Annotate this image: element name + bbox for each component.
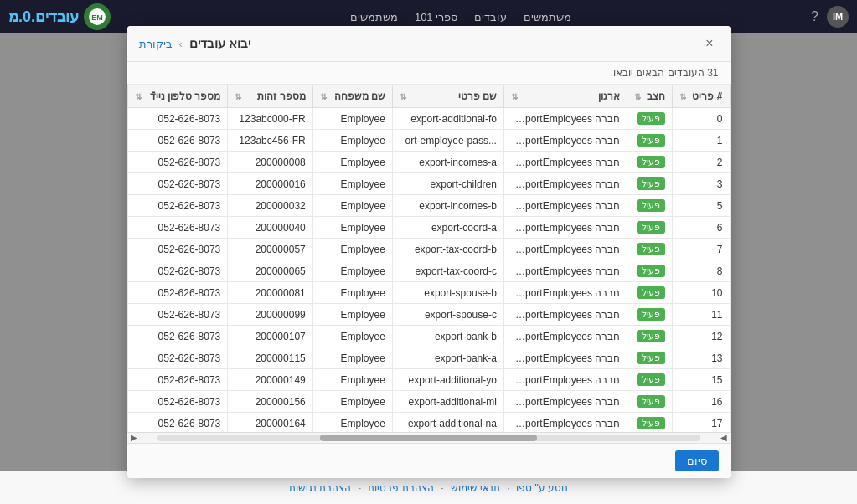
status-badge: פעיל: [637, 373, 665, 386]
scroll-right-icon[interactable]: ▶: [127, 433, 141, 442]
cell-org: חברה importEmployees בע"...: [503, 217, 627, 239]
breadcrumb-link[interactable]: ביקורת: [139, 38, 173, 50]
footer-link-accessibility[interactable]: הצהרת נגישות: [289, 482, 351, 494]
status-badge: פעיל: [637, 177, 665, 190]
status-badge: פעיל: [637, 156, 665, 168]
footer-sep-1: ·: [507, 482, 509, 494]
scroll-left-icon[interactable]: ◀: [717, 433, 731, 442]
table-row: 1פעילחברה importEmployees בע"......ort-e…: [127, 130, 730, 152]
cell-num: 17: [673, 413, 730, 432]
breadcrumb-separator: ›: [179, 38, 183, 50]
nav-item-users[interactable]: משתמשים: [524, 11, 571, 23]
cell-family: Employee: [312, 391, 392, 413]
table-container[interactable]: # פריט ⇅ חצב ⇅ ארגון ⇅: [127, 85, 731, 432]
col-header-num[interactable]: # פריט ⇅: [673, 85, 730, 108]
cell-phone: 052-626-8073: [127, 173, 228, 195]
cell-org: חברה importEmployees בע"...: [503, 173, 627, 195]
footer-link-terms[interactable]: תנאי שימוש: [451, 482, 500, 494]
modal-subtitle: 31 העובדים הבאים יובאו:: [127, 62, 731, 85]
cell-phone: 052-626-8073: [127, 130, 228, 152]
table-header-row: # פריט ⇅ חצב ⇅ ארגון ⇅: [127, 85, 730, 108]
nav-item-101[interactable]: ספרי 101: [415, 11, 457, 23]
cell-id: 200000081: [228, 282, 312, 304]
col-header-id[interactable]: מספר זהות ⇅: [228, 85, 312, 108]
cell-status: פעיל: [627, 108, 673, 130]
cell-id: 123abc456-FR: [228, 130, 312, 152]
cell-phone: 052-626-8073: [127, 282, 228, 304]
cell-status: פעיל: [627, 217, 673, 239]
svg-text:EM: EM: [91, 13, 103, 22]
brand-text: עובדים.0.מ: [8, 8, 79, 26]
cell-org: חברה importEmployees בע"...: [503, 391, 627, 413]
cell-num: 2: [673, 152, 730, 173]
table-row: 2פעילחברה importEmployees בע"...export-i…: [127, 152, 730, 173]
cell-org: חברה importEmployees בע"...: [503, 130, 627, 152]
sort-icon-phone: ⇅: [135, 92, 142, 101]
cell-family: Employee: [312, 326, 392, 347]
scrollbar-track[interactable]: [157, 435, 700, 441]
status-badge: פעיל: [637, 417, 665, 429]
cell-id: 200000032: [228, 195, 312, 217]
cell-num: 1: [673, 130, 730, 152]
footer-link-tip[interactable]: נוסע ע" טפו: [516, 482, 568, 494]
table-row: 12פעילחברה importEmployees בע"...export-…: [127, 326, 730, 347]
modal-title: יבוא עובדים: [189, 36, 250, 51]
cell-num: 10: [673, 282, 730, 304]
status-badge: פעיל: [637, 395, 665, 408]
col-header-family[interactable]: שם משפחה ⇅: [312, 85, 392, 108]
footer-link-privacy[interactable]: הצהרת פרטיות: [368, 482, 433, 494]
table-row: 7פעילחברה importEmployees בע"...export-t…: [127, 239, 730, 260]
nav-item-archive[interactable]: משתמשים: [350, 11, 398, 23]
cell-family: Employee: [312, 239, 392, 260]
status-badge: פעיל: [637, 134, 665, 147]
cell-status: פעיל: [627, 195, 673, 217]
scrollbar-thumb[interactable]: [320, 435, 537, 441]
close-modal-button[interactable]: סיום: [675, 450, 719, 471]
cell-phone: 052-626-8073: [127, 326, 228, 347]
col-header-org[interactable]: ארגון ⇅: [503, 85, 627, 108]
cell-first: export-tax-coord-c: [392, 260, 503, 282]
footer-sep-2: -: [441, 482, 444, 494]
cell-num: 8: [673, 260, 730, 282]
table-row: 17פעילחברה importEmployees בע"...export-…: [127, 413, 730, 432]
cell-family: Employee: [312, 217, 392, 239]
user-avatar[interactable]: IM: [827, 6, 849, 28]
col-header-first[interactable]: שם פרטי ⇅: [392, 85, 503, 108]
help-icon[interactable]: ?: [811, 9, 818, 24]
cell-status: פעיל: [627, 130, 673, 152]
sort-icon-num: ⇅: [679, 92, 686, 101]
cell-id: 200000065: [228, 260, 312, 282]
footer-sep-3: -: [358, 482, 361, 494]
col-header-status[interactable]: חצב ⇅: [627, 85, 673, 108]
horizontal-scrollbar[interactable]: ◀ ▶: [127, 432, 731, 443]
table-row: 13פעילחברה importEmployees בע"...export-…: [127, 347, 730, 369]
cell-id: 200000156: [228, 391, 312, 413]
close-icon[interactable]: ×: [700, 34, 718, 53]
cell-id: 200000008: [228, 152, 312, 173]
cell-status: פעיל: [627, 347, 673, 369]
cell-first: export-bank-b: [392, 326, 503, 347]
cell-org: חברה importEmployees בע"...: [503, 347, 627, 369]
nav-item-employees[interactable]: עובדים: [474, 11, 507, 23]
cell-family: Employee: [312, 152, 392, 173]
import-modal: × יבוא עובדים › ביקורת 31 העובדים הבאים …: [127, 26, 731, 478]
cell-first: export-spouse-c: [392, 304, 503, 326]
cell-id: 200000149: [228, 369, 312, 391]
status-badge: פעיל: [637, 243, 665, 255]
col-header-phone[interactable]: מספר טלפון ניידֿ ⇅: [127, 85, 228, 108]
cell-phone: 052-626-8073: [127, 391, 228, 413]
cell-family: Employee: [312, 260, 392, 282]
cell-first: export-additional-yo: [392, 369, 503, 391]
cell-family: Employee: [312, 173, 392, 195]
table-row: 11פעילחברה importEmployees בע"...export-…: [127, 304, 730, 326]
cell-family: Employee: [312, 304, 392, 326]
cell-org: חברה importEmployees בע"...: [503, 108, 627, 130]
cell-phone: 052-626-8073: [127, 413, 228, 432]
cell-family: Employee: [312, 130, 392, 152]
cell-num: 16: [673, 391, 730, 413]
cell-first: export-coord-a: [392, 217, 503, 239]
cell-status: פעיל: [627, 369, 673, 391]
cell-phone: 052-626-8073: [127, 304, 228, 326]
cell-family: Employee: [312, 347, 392, 369]
table-row: 3פעילחברה importEmployees בע"...export-c…: [127, 173, 730, 195]
